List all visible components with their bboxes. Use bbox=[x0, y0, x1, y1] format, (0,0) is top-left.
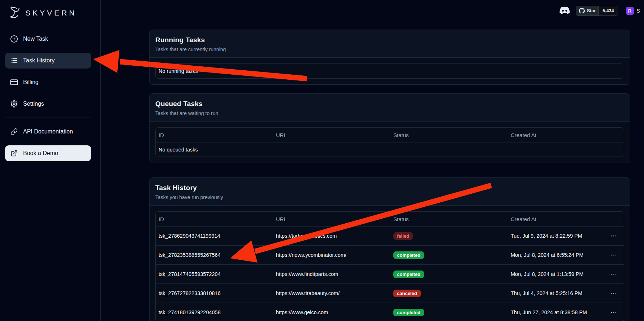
task-history-card: Task History Tasks you have run previous… bbox=[149, 177, 630, 321]
row-actions-button[interactable]: ⋯ bbox=[608, 251, 619, 259]
empty-state-text: No running tasks bbox=[156, 68, 201, 74]
table-header-row: ID URL Status Created At bbox=[156, 212, 624, 226]
column-header-id: ID bbox=[156, 216, 273, 222]
link-icon bbox=[10, 128, 18, 136]
running-tasks-title: Running Tasks bbox=[155, 36, 624, 44]
column-header-status: Status bbox=[390, 216, 508, 222]
column-header-url: URL bbox=[273, 132, 390, 138]
external-link-icon bbox=[10, 149, 18, 157]
column-header-created-at: Created At bbox=[508, 216, 604, 222]
sidebar-item-settings[interactable]: Settings bbox=[5, 96, 91, 112]
sidebar-item-label: API Documentation bbox=[23, 128, 73, 135]
sidebar-item-task-history[interactable]: Task History bbox=[5, 53, 91, 69]
task-history-subtitle: Tasks you have run previously bbox=[155, 194, 624, 200]
sidebar-item-label: Billing bbox=[23, 79, 39, 85]
task-history-row-2[interactable]: tsk_278235388555267564 https://news.ycom… bbox=[156, 245, 624, 264]
sidebar-divider bbox=[5, 118, 91, 118]
main-content: Running Tasks Tasks that are currently r… bbox=[149, 0, 630, 321]
queued-tasks-subtitle: Tasks that are waiting to run bbox=[155, 110, 624, 116]
running-tasks-table: No running tasks bbox=[155, 63, 624, 79]
sidebar-item-billing[interactable]: Billing bbox=[5, 74, 91, 90]
task-created-at: Mon, Jul 8, 2024 at 6:55:24 PM bbox=[508, 252, 604, 258]
task-history-header: Task History Tasks you have run previous… bbox=[150, 178, 630, 206]
list-icon bbox=[10, 57, 18, 65]
running-tasks-empty-row: No running tasks bbox=[156, 64, 624, 78]
status-badge: failed bbox=[393, 232, 413, 240]
queued-tasks-title: Queued Tasks bbox=[155, 100, 624, 108]
row-actions-button[interactable]: ⋯ bbox=[608, 270, 619, 278]
plus-circle-icon bbox=[10, 35, 18, 43]
row-actions-button[interactable]: ⋯ bbox=[608, 232, 619, 240]
task-history-row-4[interactable]: tsk_276727822333810816 https://www.tirab… bbox=[156, 283, 624, 303]
task-created-at: Thu, Jul 4, 2024 at 5:25:16 PM bbox=[508, 290, 604, 296]
column-header-id: ID bbox=[156, 132, 273, 138]
queued-tasks-table: ID URL Status Created At No queued tasks bbox=[155, 127, 624, 157]
task-url: https://www.geico.com bbox=[273, 309, 390, 315]
brand-wordmark: SKYVERN bbox=[25, 9, 77, 17]
running-tasks-header: Running Tasks Tasks that are currently r… bbox=[150, 30, 630, 58]
user-name-partial: S bbox=[637, 8, 640, 14]
task-history-row-1[interactable]: tsk_278629043741199914 https://tartecosm… bbox=[156, 226, 624, 245]
skyvern-logo-icon bbox=[7, 6, 22, 20]
task-url: https://www.tirabeauty.com/ bbox=[273, 290, 390, 296]
column-header-status: Status bbox=[390, 132, 508, 138]
row-actions-button[interactable]: ⋯ bbox=[608, 289, 619, 297]
sidebar-item-label: Task History bbox=[23, 57, 55, 64]
task-history-row-5[interactable]: tsk_274180139292204058 https://www.geico… bbox=[156, 303, 624, 321]
skyvern-logo[interactable]: SKYVERN bbox=[7, 4, 94, 22]
task-history-title: Task History bbox=[155, 184, 624, 192]
task-id: tsk_278629043741199914 bbox=[156, 233, 273, 239]
table-header-row: ID URL Status Created At bbox=[156, 128, 624, 142]
task-created-at: Mon, Jul 8, 2024 at 1:13:59 PM bbox=[508, 271, 604, 277]
sidebar-item-label: New Task bbox=[23, 36, 48, 42]
status-badge: completed bbox=[393, 251, 424, 259]
task-created-at: Tue, Jul 9, 2024 at 8:22:59 PM bbox=[508, 233, 604, 239]
status-badge: canceled bbox=[393, 290, 421, 297]
queued-tasks-header: Queued Tasks Tasks that are waiting to r… bbox=[150, 94, 630, 122]
empty-state-text: No queued tasks bbox=[156, 147, 201, 153]
task-url: https://tartecosmetics.com bbox=[273, 233, 390, 239]
column-header-created-at: Created At bbox=[508, 132, 624, 138]
task-id: tsk_276727822333810816 bbox=[156, 290, 273, 296]
task-history-row-2-id: tsk_278235388555267564 bbox=[156, 252, 273, 258]
task-history-row-3[interactable]: tsk_278147405593572204 https://www.findi… bbox=[156, 264, 624, 283]
task-history-table: ID URL Status Created At tsk_27862904374… bbox=[155, 211, 624, 321]
task-id: tsk_274180139292204058 bbox=[156, 309, 273, 315]
sidebar-item-book-a-demo[interactable]: Book a Demo bbox=[5, 145, 91, 161]
sidebar-item-new-task[interactable]: New Task bbox=[5, 31, 91, 47]
sidebar-nav: New Task Task History Billing Settings bbox=[5, 31, 95, 161]
credit-card-icon bbox=[10, 78, 18, 86]
status-badge: completed bbox=[393, 271, 424, 278]
task-id: tsk_278147405593572204 bbox=[156, 271, 273, 277]
task-created-at: Thu, Jun 27, 2024 at 8:38:58 PM bbox=[508, 309, 604, 315]
queued-tasks-card: Queued Tasks Tasks that are waiting to r… bbox=[149, 93, 630, 163]
sidebar-item-label: Settings bbox=[23, 101, 44, 107]
gear-icon bbox=[10, 100, 18, 108]
running-tasks-card: Running Tasks Tasks that are currently r… bbox=[149, 30, 630, 85]
status-badge: completed bbox=[393, 309, 424, 316]
column-header-url: URL bbox=[273, 216, 390, 222]
sidebar-item-label: Book a Demo bbox=[23, 150, 58, 157]
queued-tasks-empty-row: No queued tasks bbox=[156, 142, 624, 157]
sidebar: SKYVERN New Task Task History Billing Se… bbox=[0, 0, 101, 321]
sidebar-item-api-documentation[interactable]: API Documentation bbox=[5, 124, 91, 140]
running-tasks-subtitle: Tasks that are currently running bbox=[155, 47, 624, 52]
row-actions-button[interactable]: ⋯ bbox=[608, 308, 619, 316]
task-url: https://www.finditparts.com bbox=[273, 271, 390, 277]
task-url: https://news.ycombinator.com/ bbox=[273, 252, 390, 258]
